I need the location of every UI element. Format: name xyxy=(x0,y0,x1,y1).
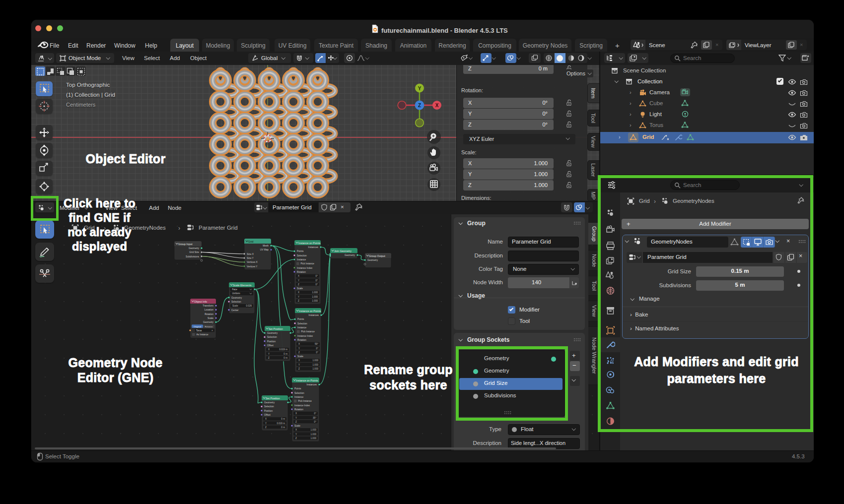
svg-text:1.000: 1.000 xyxy=(312,296,318,298)
svg-text:Rotation: Rotation xyxy=(297,271,306,273)
svg-text:Scale: Scale xyxy=(294,425,300,427)
svg-text:Selection: Selection xyxy=(297,254,307,257)
svg-text:0 m: 0 m xyxy=(281,426,285,429)
svg-text:0 m: 0 m xyxy=(283,353,287,355)
svg-text:Z: Z xyxy=(298,300,299,302)
svg-text:Scale Elements: Scale Elements xyxy=(233,284,252,287)
svg-text:Location: Location xyxy=(205,309,213,311)
svg-text:Geometry: Geometry xyxy=(189,247,200,250)
svg-text:Instance Index: Instance Index xyxy=(297,335,313,337)
svg-text:Object Info: Object Info xyxy=(194,300,207,303)
svg-text:Geometry: Geometry xyxy=(264,401,275,404)
svg-text:Y: Y xyxy=(295,417,297,419)
svg-text:Size X: Size X xyxy=(247,253,254,255)
svg-text:0°: 0° xyxy=(316,275,318,277)
svg-text:Points: Points xyxy=(297,250,304,252)
svg-text:Z: Z xyxy=(295,437,297,440)
svg-text:Center: Center xyxy=(231,309,239,312)
svg-text:Vertices Y: Vertices Y xyxy=(247,265,258,268)
svg-text:Selection: Selection xyxy=(264,405,274,408)
svg-text:X: X xyxy=(298,343,300,345)
svg-text:Size Y: Size Y xyxy=(247,257,254,259)
svg-text:Instance: Instance xyxy=(294,396,303,398)
svg-text:Face: Face xyxy=(232,288,238,291)
svg-text:X: X xyxy=(295,412,297,415)
svg-text:0°: 0° xyxy=(314,421,317,423)
svg-text:Instance on Points: Instance on Points xyxy=(296,379,318,382)
svg-text:59°: 59° xyxy=(315,343,318,345)
svg-text:0°: 0° xyxy=(316,347,319,350)
svg-text:X: X xyxy=(435,103,439,108)
svg-text:Y: Y xyxy=(298,347,300,350)
svg-text:0 m: 0 m xyxy=(283,357,287,359)
svg-text:Instance: Instance xyxy=(297,326,306,329)
svg-text:×: × xyxy=(211,329,213,332)
svg-text:Scale: Scale xyxy=(232,305,238,307)
svg-text:Scale: Scale xyxy=(297,287,303,290)
svg-text:1.000: 1.000 xyxy=(313,359,319,362)
svg-text:0.019 m: 0.019 m xyxy=(277,422,285,425)
svg-text:1.000: 1.000 xyxy=(313,368,319,370)
svg-text:Torus: Torus xyxy=(196,329,202,332)
svg-text:X: X xyxy=(295,429,297,431)
svg-text:Selection: Selection xyxy=(297,322,307,325)
svg-text:Group Input: Group Input xyxy=(178,243,193,246)
svg-text:Set Position: Set Position xyxy=(266,397,280,400)
svg-text:0°: 0° xyxy=(316,279,318,282)
svg-text:X: X xyxy=(298,359,300,362)
svg-text:Instances: Instances xyxy=(308,314,319,316)
svg-text:X: X xyxy=(298,291,299,294)
svg-text:Geometry: Geometry xyxy=(367,259,378,261)
svg-text:X: X xyxy=(265,418,267,420)
svg-text:Selection: Selection xyxy=(294,392,304,394)
svg-text:35°: 35° xyxy=(313,417,316,419)
svg-text:Instance Index: Instance Index xyxy=(294,404,310,407)
svg-text:Geometry: Geometry xyxy=(203,321,214,323)
svg-text:Mesh: Mesh xyxy=(263,245,269,247)
svg-text:Geometry: Geometry xyxy=(345,254,355,256)
svg-text:Rotation: Rotation xyxy=(205,313,213,315)
svg-text:Y: Y xyxy=(265,422,267,425)
svg-text:Instance on Points: Instance on Points xyxy=(299,310,321,313)
svg-text:Z: Z xyxy=(418,103,421,108)
svg-text:Y: Y xyxy=(298,279,299,282)
svg-text:0°: 0° xyxy=(316,351,319,354)
svg-text:Y: Y xyxy=(295,433,297,436)
svg-text:Y: Y xyxy=(298,364,300,366)
svg-text:Scale: Scale xyxy=(297,355,303,358)
svg-text:X: X xyxy=(268,348,270,351)
svg-text:Grid Size: Grid Size xyxy=(189,251,199,253)
svg-text:Relative: Relative xyxy=(205,325,213,328)
svg-text:Z: Z xyxy=(295,421,297,423)
svg-text:1.000: 1.000 xyxy=(312,291,318,294)
svg-text:Uniform: Uniform xyxy=(232,292,240,295)
svg-text:0°: 0° xyxy=(316,283,318,286)
svg-text:Y: Y xyxy=(418,86,422,91)
svg-text:Selection: Selection xyxy=(267,336,277,338)
svg-text:Join Geometry: Join Geometry xyxy=(334,250,352,252)
svg-text:Instance Index: Instance Index xyxy=(297,267,313,269)
svg-text:Instance on Points: Instance on Points xyxy=(298,242,321,245)
svg-text:Pick Instance: Pick Instance xyxy=(301,330,315,333)
svg-text:Scale: Scale xyxy=(208,317,213,319)
svg-text:Rotation: Rotation xyxy=(294,408,303,411)
svg-text:Pick Instance: Pick Instance xyxy=(301,262,315,265)
svg-text:As Instance: As Instance xyxy=(197,333,209,336)
svg-text:Offset: Offset xyxy=(267,344,274,347)
svg-text:0°: 0° xyxy=(314,412,317,415)
svg-text:Points: Points xyxy=(294,387,301,390)
svg-text:X: X xyxy=(298,275,299,277)
svg-text:0.026: 0.026 xyxy=(246,305,252,307)
svg-text:Z: Z xyxy=(265,426,267,429)
svg-text:Z: Z xyxy=(298,368,300,370)
svg-text:Instances: Instances xyxy=(306,383,317,386)
svg-text:Pick Instance: Pick Instance xyxy=(298,400,312,402)
svg-text:1.000: 1.000 xyxy=(313,364,319,366)
svg-text:Y: Y xyxy=(298,296,299,298)
svg-text:Transform: Transform xyxy=(203,305,213,307)
svg-text:Group Output: Group Output xyxy=(369,254,385,257)
svg-text:Instance: Instance xyxy=(297,258,306,261)
svg-text:Offset: Offset xyxy=(264,414,271,416)
svg-text:1.000: 1.000 xyxy=(311,437,317,440)
svg-text:Subdivisions: Subdivisions xyxy=(186,255,200,258)
